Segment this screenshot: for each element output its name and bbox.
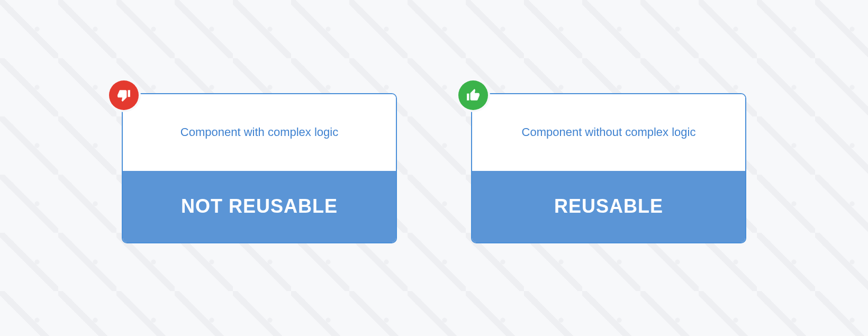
card-header: Component with complex logic xyxy=(123,94,396,171)
card-reusable: Component without complex logic REUSABLE xyxy=(471,93,746,243)
card-header: Component without complex logic xyxy=(472,94,745,171)
thumb-up-icon xyxy=(458,80,488,110)
thumb-down-icon xyxy=(109,80,139,110)
diagram-stage: Component with complex logic NOT REUSABL… xyxy=(0,0,868,336)
card-title: Component without complex logic xyxy=(506,125,712,139)
card-status-label: NOT REUSABLE xyxy=(123,171,396,242)
card-status-label: REUSABLE xyxy=(472,171,745,242)
card-not-reusable: Component with complex logic NOT REUSABL… xyxy=(122,93,397,243)
card-title: Component with complex logic xyxy=(165,125,354,139)
